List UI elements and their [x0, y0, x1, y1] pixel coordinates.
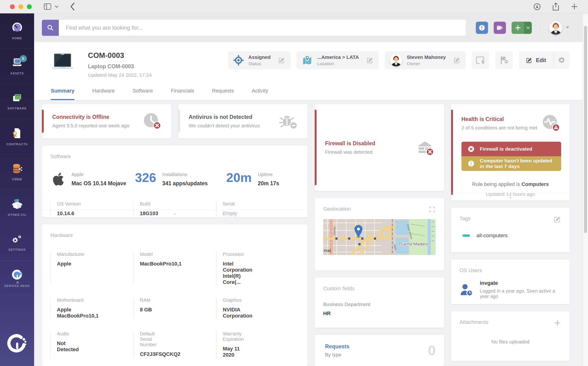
- software-section-title: Software: [50, 153, 299, 160]
- requests-link[interactable]: Requests: [325, 343, 350, 350]
- field-value: Not Detected: [57, 340, 78, 353]
- add-attachment-icon[interactable]: [554, 319, 561, 327]
- edit-button[interactable]: Edit: [519, 57, 553, 64]
- sidebar-item-home[interactable]: HOME: [0, 13, 34, 49]
- clock-offline-icon: [141, 110, 163, 132]
- tags-button[interactable]: [494, 22, 506, 34]
- tab-software[interactable]: Software: [133, 88, 153, 100]
- home-gauge-icon: [12, 22, 23, 33]
- remote-connection-button[interactable]: [472, 52, 489, 69]
- status-value: Assigned: [248, 54, 271, 60]
- geolocation-map[interactable]: Cerrito rrat Puerto Madero Juana Manso A…: [323, 219, 436, 255]
- motherboard-field: Motherboard Apple MacBookPro10,1: [50, 297, 78, 319]
- share-icon[interactable]: [552, 2, 559, 11]
- health-condition-warning: Computer hasn't been updated in the last…: [461, 156, 561, 171]
- sidebar-item-service-desk[interactable]: ▶ SERVICE DESK: [0, 260, 34, 296]
- attachments-panel: Attachments No files uploaded: [451, 311, 570, 361]
- field-value: Apple: [57, 261, 78, 267]
- add-plus-icon[interactable]: [512, 22, 524, 34]
- map-fullscreen-icon[interactable]: [429, 206, 436, 213]
- default-serial-field: Default Serial Number CF2J3FSQCKQ2: [133, 331, 161, 358]
- tab-activity[interactable]: Activity: [252, 88, 268, 100]
- custom-field-label: Business Department: [323, 302, 436, 307]
- scrollbar-thumb[interactable]: [584, 26, 587, 233]
- owner-chip[interactable]: Steven Mahoney Owner: [385, 51, 466, 69]
- edit-location-icon[interactable]: [366, 57, 373, 64]
- sidebar-item-settings[interactable]: SETTINGS: [0, 225, 34, 260]
- exclamation-circle-icon: [468, 160, 475, 167]
- sidebar-item-cmdb[interactable]: CMDB: [0, 155, 34, 190]
- tab-hardware[interactable]: Hardware: [92, 88, 115, 100]
- geolocation-title: Geolocation: [323, 206, 351, 212]
- alert-stripe: [315, 110, 317, 185]
- edit-button-group: Edit: [519, 52, 570, 69]
- antivirus-alert-card[interactable]: Antivirus is not Detected We couldn't de…: [178, 104, 308, 138]
- requests-subtitle: By type: [325, 352, 350, 358]
- titlebar-chevron-down-icon[interactable]: [55, 5, 59, 8]
- tag-item[interactable]: all-computers: [460, 233, 561, 239]
- zoom-window-button[interactable]: [27, 4, 32, 9]
- firewall-alert-card[interactable]: Firewall is Disabled Firewall was detect…: [315, 104, 444, 191]
- tab-requests[interactable]: Requests: [212, 88, 234, 100]
- processor-field: Processor Intel Corporation Intel(R) Cor…: [216, 252, 244, 285]
- sidebar-item-other-cis[interactable]: OTHER CIs: [0, 190, 34, 225]
- alert-subtitle: Firewall was detected: [325, 149, 375, 155]
- tab-summary[interactable]: Summary: [51, 88, 74, 100]
- search-button[interactable]: [42, 20, 59, 36]
- announcements-button[interactable]: [476, 22, 488, 34]
- page-scrollbar[interactable]: [583, 14, 588, 366]
- user-menu[interactable]: [549, 21, 570, 35]
- connectivity-alert-card[interactable]: Connectivity is Offline Agent 3.5.0 repo…: [42, 104, 171, 138]
- minimize-window-button[interactable]: [18, 4, 23, 9]
- field-label: Motherboard: [57, 297, 78, 303]
- owner-label: Owner: [407, 61, 446, 66]
- add-asset-split-button[interactable]: [512, 22, 532, 34]
- field-value: May 11 2020: [223, 346, 244, 358]
- edit-tags-icon[interactable]: [554, 216, 561, 223]
- asset-header: COM-0003 Laptop COM-0003 Updated May 24 …: [34, 42, 588, 100]
- location-chip[interactable]: ...America > LATA Location: [297, 51, 379, 69]
- user-menu-chevron-down-icon: [566, 26, 570, 30]
- uptime-value: 20m: [226, 172, 252, 187]
- collapse-panel-button[interactable]: ▲: [42, 210, 308, 217]
- edit-owner-icon[interactable]: [454, 57, 461, 64]
- svg-text:Cerrito: Cerrito: [333, 227, 336, 235]
- traffic-lights: [10, 4, 32, 9]
- sidebar-item-software[interactable]: SOFTWARE: [0, 84, 34, 119]
- hardware-summary-panel: Hardware Manufacturer Apple Model MacBoo…: [42, 224, 308, 366]
- edit-status-icon[interactable]: [278, 57, 285, 64]
- warranty-field: Warranty Expiration May 11 2020: [216, 331, 244, 358]
- sidebar-item-contracts[interactable]: CONTRACTS: [0, 119, 34, 155]
- search-input[interactable]: [59, 20, 466, 36]
- status-chip[interactable]: Assigned Status: [228, 51, 290, 69]
- collapse-panel-button[interactable]: ▲: [451, 193, 570, 200]
- field-label: Build: [140, 201, 216, 207]
- monitor-plug-icon: [476, 55, 485, 65]
- tab-financials[interactable]: Financials: [171, 88, 194, 100]
- user-clock-icon: [460, 283, 474, 296]
- back-button[interactable]: [70, 2, 75, 11]
- sidebar-item-assets[interactable]: 5 ASSETS: [0, 49, 34, 84]
- field-label: RAM: [140, 297, 161, 303]
- status-target-icon: [233, 55, 244, 65]
- user-avatar[interactable]: [549, 21, 563, 35]
- os-users-panel: OS Users invgate Logged in a year ago. S…: [451, 259, 570, 304]
- close-window-button[interactable]: [10, 4, 15, 9]
- alert-stripe: [178, 110, 180, 133]
- new-tab-plus-icon[interactable]: [571, 3, 578, 10]
- download-icon[interactable]: [533, 3, 541, 11]
- ram-field: RAM 8 GB: [133, 297, 161, 319]
- sidebar-toggle-icon[interactable]: [44, 3, 52, 10]
- asset-settings-button[interactable]: [553, 52, 570, 69]
- flag-remove-button[interactable]: [495, 52, 513, 69]
- condition-text: Computer hasn't been updated in the last…: [480, 158, 555, 169]
- asset-tabs: Summary Hardware Software Financials Req…: [42, 88, 570, 100]
- status-label: Status: [248, 61, 271, 66]
- edit-button-label: Edit: [536, 57, 546, 64]
- cmdb-database-icon: [12, 163, 23, 174]
- os-users-title: OS Users: [460, 267, 561, 274]
- os-user-item[interactable]: invgate Logged in a year ago. Seen activ…: [460, 280, 561, 299]
- assets-count-badge: 5: [20, 55, 27, 62]
- edit-pencil-icon: [526, 57, 533, 64]
- add-chevron-down-icon[interactable]: [524, 22, 532, 34]
